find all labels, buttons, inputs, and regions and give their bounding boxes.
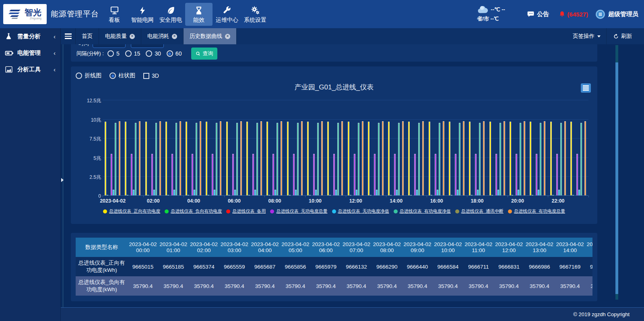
weather-widget[interactable]: --℃ -- 省/市 --℃	[477, 4, 508, 24]
bar	[111, 154, 112, 196]
table-row-2: 总进线仪表_负向有功电度(kWh)35790.435790.435790.435…	[76, 276, 592, 296]
bar	[497, 190, 499, 196]
tab-2[interactable]: 电能质量×	[99, 28, 141, 44]
cell-value: 9665687	[250, 257, 280, 276]
cell-value: 9665856	[280, 257, 311, 276]
nav-item-5[interactable]: 运维中心	[213, 3, 241, 26]
alarm-button[interactable]: (64527)	[559, 10, 588, 18]
search-icon	[196, 51, 201, 56]
cell-value: 9666986	[524, 257, 555, 276]
charttype-radio-折线图[interactable]: 折线图	[76, 72, 101, 79]
bar	[396, 190, 398, 196]
avatar	[595, 9, 605, 19]
refresh-button[interactable]: 刷新	[607, 28, 644, 44]
sidebar-item-label: 分析工具	[17, 66, 54, 73]
bar	[449, 122, 450, 196]
y-tick-label: 12.5兆	[73, 97, 101, 104]
tab-close-icon[interactable]: ×	[130, 34, 135, 39]
chart-menu-icon[interactable]	[581, 83, 591, 93]
bar	[234, 190, 236, 196]
chart-legend: 总进线仪表_正向有功电度总进线仪表_负向有功电度总进线仪表_备用总进线仪表_无功…	[71, 208, 597, 214]
sidebar-item-3[interactable]: 分析工具‹	[0, 61, 60, 78]
nav-item-1[interactable]: 看板	[101, 3, 128, 26]
notice-button[interactable]: 公告	[527, 10, 549, 18]
legend-dot	[226, 209, 230, 213]
legend-item[interactable]: 总进线仪表_备用	[226, 208, 266, 214]
user-menu[interactable]: 超级管理员	[595, 9, 638, 19]
tab-close-icon[interactable]: ×	[225, 34, 230, 39]
cell-value: 9667331	[585, 257, 592, 276]
bar-group-16:00	[427, 100, 447, 196]
legend-item[interactable]: 总进线仪表_无功电度净值	[332, 208, 389, 214]
legend-item[interactable]: 总进线仪表_无功电度总量	[270, 208, 327, 214]
table-header-time: 2023-04-0203:00	[219, 238, 250, 257]
bar	[214, 190, 215, 196]
bar	[416, 190, 418, 196]
bar-group-07:00	[244, 100, 264, 196]
bar	[580, 123, 582, 196]
table-panel: 数据类型名称2023-04-0200:002023-04-0201:002023…	[71, 233, 597, 301]
bar	[266, 122, 268, 196]
legend-item[interactable]: 总进线仪表_负向有功电度	[165, 208, 222, 214]
legend-item[interactable]: 总进线仪表_有功电度净值	[394, 208, 451, 214]
legend-label: 总进线仪表_无功电度总量	[276, 208, 327, 214]
bar	[429, 122, 430, 196]
tab-3[interactable]: 电能消耗×	[141, 28, 183, 44]
y-axis-labels: 02.5兆5兆7.5兆10兆12.5兆	[73, 100, 101, 196]
bar	[362, 121, 363, 196]
interval-radio-60[interactable]: 60	[167, 50, 182, 57]
bar	[504, 121, 505, 196]
nav-item-6[interactable]: 系统设置	[242, 3, 269, 26]
interval-radio-15[interactable]: 15	[125, 50, 140, 57]
content-area: 时间 2023-04-02 2023-04-02 间隔(分钟) : 515306…	[61, 44, 644, 307]
sidebar: 需量分析‹电能管理‹分析工具‹	[0, 28, 61, 321]
tab-4[interactable]: 历史数据曲线×	[183, 28, 237, 44]
vertical-scrollbar[interactable]	[615, 45, 618, 300]
bolt-icon	[138, 5, 147, 16]
interval-radio-30[interactable]: 30	[146, 50, 161, 57]
nav-item-label: 系统设置	[244, 17, 266, 24]
legend-label: 总进线仪表_无功电度净值	[338, 208, 389, 214]
tab-close-icon[interactable]: ×	[172, 34, 177, 39]
date-label: 时间	[78, 44, 89, 47]
bar-group-22:00	[548, 100, 568, 196]
bar	[538, 190, 539, 196]
nav-item-4[interactable]: 能效	[185, 3, 213, 26]
query-button[interactable]: 查询	[191, 48, 217, 60]
legend-item[interactable]: 总进线仪表_正向有功电度	[103, 208, 160, 214]
cell-value: 35790.4	[555, 276, 585, 296]
bar	[414, 154, 416, 196]
x-tick-label: 02:00	[135, 198, 171, 204]
charttype-radio-柱状图[interactable]: 柱状图	[109, 72, 135, 79]
legend-item[interactable]: 总进线仪表_有功电度总量	[508, 208, 565, 214]
bar	[226, 122, 228, 196]
bar	[246, 122, 248, 196]
tab-1[interactable]: 首页	[75, 28, 99, 44]
weather-city: 省/市 --℃	[477, 15, 499, 23]
sidebar-item-2[interactable]: 电能管理‹	[0, 45, 60, 61]
interval-label: 间隔(分钟) :	[76, 50, 104, 57]
cell-value: 9665979	[311, 257, 341, 276]
bar	[520, 123, 521, 196]
vertical-scrollbar-thumb[interactable]	[615, 62, 618, 294]
tab-ops-dropdown[interactable]: 页签操作	[567, 28, 606, 44]
x-tick-label: 20:00	[500, 198, 536, 204]
nav-item-2[interactable]: 智能电网	[129, 3, 156, 26]
legend-item[interactable]: 总进线仪表_通讯中断	[455, 208, 504, 214]
sidebar-collapse-handle[interactable]	[61, 178, 64, 182]
content-left-scroll[interactable]	[62, 44, 64, 307]
bar	[435, 154, 436, 196]
cell-value: 9666711	[463, 257, 494, 276]
sidebar-item-1[interactable]: 需量分析‹	[0, 28, 60, 45]
cell-value: 35790.4	[189, 276, 219, 296]
cell-value: 9665185	[158, 257, 189, 276]
bar-group-11:00	[325, 100, 345, 196]
bar	[418, 123, 420, 196]
interval-radio-5[interactable]: 5	[107, 50, 120, 57]
gears-icon	[250, 5, 260, 16]
checkbox-3d[interactable]: 3D	[143, 72, 159, 79]
sidebar-toggle-icon[interactable]	[61, 28, 75, 44]
nav-item-3[interactable]: 安全用电	[157, 3, 184, 26]
bar	[335, 190, 337, 196]
bar	[475, 154, 477, 196]
